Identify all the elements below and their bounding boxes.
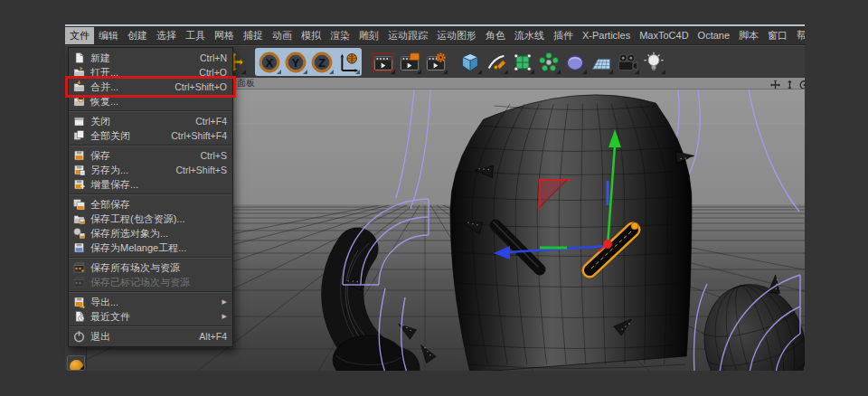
- pan-icon[interactable]: [769, 78, 781, 89]
- save-as-icon: [72, 164, 88, 176]
- add-cube-button[interactable]: [457, 49, 483, 75]
- menubar-item-12[interactable]: 运动图形: [432, 27, 481, 44]
- open-icon: [72, 66, 88, 79]
- save-marked-takes-icon: [72, 276, 88, 288]
- menu-separator: [70, 145, 231, 146]
- menu-item-label: 合并...: [90, 80, 118, 94]
- render-region-icon: [399, 52, 420, 73]
- orange-sphere-icon: [70, 360, 83, 371]
- file-menu-item-6[interactable]: 全部关闭Ctrl+Shift+F4: [69, 128, 232, 143]
- menubar-item-18[interactable]: Octane: [693, 27, 734, 44]
- axis-y-lock-button[interactable]: Y: [282, 49, 308, 75]
- menubar-item-5[interactable]: 网格: [210, 27, 239, 44]
- axis-x-lock-icon: X: [259, 52, 280, 73]
- axis-x-lock-button[interactable]: X: [256, 49, 282, 75]
- file-menu-item-21[interactable]: 最近文件▶: [69, 309, 232, 324]
- file-menu-item-9[interactable]: 另存为...Ctrl+Shift+S: [69, 163, 232, 177]
- menubar-item-17[interactable]: MaxToC4D: [635, 27, 693, 44]
- coordinate-system-icon: [337, 52, 359, 73]
- coordinate-system-button[interactable]: [335, 49, 361, 75]
- file-menu-item-23[interactable]: 退出Alt+F4: [69, 329, 232, 344]
- add-deformer-button[interactable]: [561, 49, 588, 75]
- new-file-icon: [72, 52, 88, 64]
- menubar-item-10[interactable]: 雕刻: [354, 27, 383, 44]
- menubar-item-2[interactable]: 创建: [123, 27, 152, 44]
- add-camera-icon: [617, 52, 638, 73]
- save-melange-icon: [72, 241, 88, 254]
- menubar-item-0[interactable]: 文件: [65, 27, 94, 44]
- menubar-item-14[interactable]: 流水线: [510, 27, 549, 44]
- screen: 文件编辑创建选择工具网格捕捉动画模拟渲染雕刻运动跟踪运动图形角色流水线插件X-P…: [0, 0, 868, 396]
- add-deformer-icon: [564, 52, 586, 73]
- file-menu-item-14[interactable]: 保存所选对象为...: [69, 226, 232, 240]
- menu-item-shortcut: Ctrl+Shift+S: [175, 165, 227, 175]
- menubar-item-15[interactable]: 插件: [549, 27, 578, 44]
- file-menu-item-5[interactable]: 关闭Ctrl+F4: [69, 114, 232, 128]
- menubar-item-9[interactable]: 渲染: [326, 27, 354, 44]
- file-menu-item-20[interactable]: 导出...▶: [69, 295, 232, 309]
- menubar-item-11[interactable]: 运动跟踪: [383, 27, 432, 44]
- menubar-item-19[interactable]: 脚本: [734, 27, 763, 44]
- menubar-item-20[interactable]: 窗口: [763, 27, 792, 44]
- file-menu-item-13[interactable]: 保存工程(包含资源)...: [69, 212, 232, 226]
- render-view-button[interactable]: [370, 49, 396, 75]
- add-floor-button[interactable]: [588, 49, 614, 75]
- file-menu-item-1[interactable]: 打开...Ctrl+O: [69, 65, 232, 80]
- menu-item-label: 另存为...: [90, 164, 128, 177]
- file-menu-item-8[interactable]: 保存Ctrl+S: [69, 148, 232, 163]
- render-region-button[interactable]: [396, 49, 422, 75]
- viewport-menu-panel[interactable]: 面板: [237, 78, 255, 90]
- add-spline-button[interactable]: [483, 49, 509, 75]
- add-spline-icon: [486, 52, 507, 73]
- menu-item-label: 保存已标记场次与资源: [90, 276, 190, 289]
- menu-separator: [70, 325, 231, 327]
- add-cube-icon: [459, 52, 481, 73]
- save-all-icon: [72, 198, 88, 211]
- file-menu-item-2[interactable]: 合并...Ctrl+Shift+O: [69, 80, 232, 94]
- palette-bottom-button[interactable]: [67, 355, 85, 371]
- menubar-item-13[interactable]: 角色: [481, 27, 510, 44]
- menubar-item-7[interactable]: 动画: [268, 27, 297, 44]
- menu-item-label: 全部关闭: [90, 129, 130, 143]
- svg-text:X: X: [265, 55, 273, 69]
- file-menu-item-10[interactable]: 增量保存...: [69, 177, 232, 192]
- menubar-item-21[interactable]: 帮助: [792, 27, 805, 44]
- file-menu-item-0[interactable]: 新建Ctrl+N: [69, 51, 232, 65]
- file-menu-item-18[interactable]: 保存已标记场次与资源: [69, 275, 232, 289]
- menubar-item-4[interactable]: 工具: [181, 27, 210, 44]
- add-camera-button[interactable]: [614, 49, 640, 75]
- render-settings-icon: [425, 52, 447, 73]
- menubar-item-6[interactable]: 捕捉: [239, 27, 268, 44]
- file-menu-item-12[interactable]: 全部保存: [69, 197, 232, 212]
- gizmo-origin[interactable]: [603, 240, 612, 249]
- merge-icon: [72, 80, 88, 93]
- menubar-item-16[interactable]: X-Particles: [578, 27, 635, 44]
- svg-text:Y: Y: [291, 55, 299, 69]
- menubar-item-8[interactable]: 模拟: [297, 27, 326, 44]
- save-takes-icon: [72, 261, 88, 274]
- menu-separator: [70, 257, 231, 259]
- axis-y-lock-icon: Y: [285, 52, 307, 73]
- menu-item-label: 恢复...: [90, 95, 118, 108]
- menubar-item-3[interactable]: 选择: [152, 27, 181, 44]
- file-menu-item-3[interactable]: 恢复...: [69, 94, 232, 108]
- add-light-button[interactable]: [640, 49, 666, 75]
- axis-z-lock-button[interactable]: Z: [308, 49, 335, 75]
- menu-item-label: 保存: [90, 149, 110, 163]
- menu-item-label: 导出...: [90, 296, 118, 309]
- add-generator-button[interactable]: [509, 49, 535, 75]
- add-array-button[interactable]: [535, 49, 561, 75]
- menu-separator: [70, 291, 231, 293]
- file-menu-item-17[interactable]: 保存所有场次与资源: [69, 260, 232, 275]
- menu-item-label: 新建: [90, 52, 110, 65]
- menu-item-shortcut: Ctrl+N: [200, 52, 227, 63]
- toolbar-group-2: [370, 49, 448, 75]
- rotate-icon[interactable]: [798, 78, 805, 89]
- file-menu-item-15[interactable]: 保存为Melange工程...: [69, 240, 232, 255]
- render-settings-button[interactable]: [422, 49, 448, 75]
- save-inc-icon: [72, 178, 88, 191]
- add-array-icon: [538, 52, 560, 73]
- dolly-icon[interactable]: [784, 78, 796, 89]
- svg-text:Z: Z: [317, 55, 325, 69]
- menubar-item-1[interactable]: 编辑: [94, 27, 123, 44]
